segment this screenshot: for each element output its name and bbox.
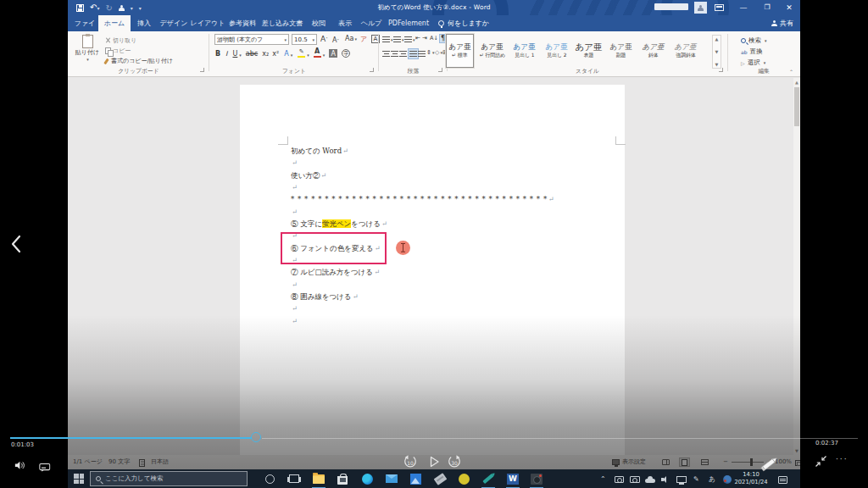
highlight-color-icon[interactable]: ✎ — [298, 49, 305, 58]
bold-icon[interactable]: B — [215, 50, 220, 58]
find-button[interactable]: 検索▾ — [741, 36, 767, 45]
onenote-icon[interactable] — [433, 472, 447, 485]
font-dialog-launcher-icon[interactable] — [370, 68, 374, 72]
ribbon-display-options-icon[interactable] — [715, 4, 724, 11]
tell-me-box[interactable]: 何をしますか — [438, 15, 489, 31]
tab-view[interactable]: 表示 — [332, 15, 358, 31]
tray-display-icon[interactable] — [630, 474, 640, 484]
style-subtitle[interactable]: あア亜副題 — [607, 34, 635, 68]
style-gallery-scroll[interactable]: ▲▼▼ — [712, 35, 721, 69]
style-normal[interactable]: あア亜↵ 標準 — [446, 34, 474, 68]
font-color-icon[interactable]: A — [314, 48, 321, 58]
style-nospacing[interactable]: あア亜↵ 行間詰め — [478, 34, 506, 68]
tray-expand-icon[interactable]: ⌃ — [600, 474, 606, 484]
align-center-icon[interactable] — [391, 50, 398, 58]
close-button[interactable]: ✕ — [780, 0, 798, 15]
collapse-player-icon[interactable] — [814, 454, 828, 472]
underline-icon[interactable]: U — [232, 50, 237, 58]
text-effects-icon[interactable]: A — [284, 50, 288, 58]
timeline-played[interactable] — [10, 437, 252, 439]
volume-tray-icon[interactable] — [661, 474, 670, 484]
replace-button[interactable]: ab置換 — [741, 47, 763, 56]
grow-font-icon[interactable]: A˄ — [320, 35, 328, 43]
microsoft-store-icon[interactable] — [336, 472, 349, 485]
start-button[interactable] — [74, 474, 84, 484]
photos-icon[interactable] — [409, 472, 422, 485]
ime-indicator[interactable]: あ — [709, 474, 715, 484]
shading-icon[interactable]: ◇▾ — [435, 49, 442, 56]
share-button[interactable]: 共有 — [771, 15, 793, 31]
format-painter-button[interactable]: 書式のコピー/貼り付け — [105, 57, 173, 65]
sort-icon[interactable]: A↓ — [430, 35, 438, 42]
select-button[interactable]: ▷選択▾ — [741, 58, 765, 67]
back-chevron-icon[interactable] — [10, 234, 22, 258]
yellow-app-icon[interactable] — [457, 472, 470, 485]
tab-home[interactable]: ホーム — [98, 15, 131, 31]
change-case-icon[interactable]: Aa▾ — [345, 35, 357, 42]
edge-icon[interactable] — [360, 472, 374, 485]
camera-app-icon[interactable] — [530, 472, 543, 485]
phonetic-guide-icon[interactable]: ア゙ — [360, 35, 371, 44]
volume-icon[interactable] — [14, 459, 25, 473]
subscript-icon[interactable]: x₂ — [262, 50, 269, 58]
bullets-icon[interactable]: ▾ — [382, 36, 393, 43]
scrollbar-thumb[interactable] — [794, 87, 799, 126]
copy-button[interactable]: コピー — [105, 47, 131, 55]
tab-mailings[interactable]: 差し込み文書 — [259, 15, 305, 31]
cut-button[interactable]: 切り取り — [105, 36, 136, 45]
rewind-10-icon[interactable]: 10 — [403, 455, 418, 472]
tab-help[interactable]: ヘルプ — [358, 15, 385, 31]
styles-dialog-launcher-icon[interactable] — [719, 68, 723, 72]
file-explorer-icon[interactable] — [312, 472, 326, 485]
timeline-remaining-end[interactable] — [800, 438, 858, 439]
scroll-up-icon[interactable]: ▲ — [793, 78, 800, 86]
pen-app-icon[interactable] — [481, 472, 495, 485]
style-heading2[interactable]: あア亜見出し 2 — [542, 34, 570, 68]
align-left-icon[interactable] — [382, 50, 390, 58]
more-options-icon[interactable]: ··· — [836, 455, 849, 463]
timeline-handle[interactable] — [251, 432, 261, 442]
font-name-combo[interactable]: 游明朝 (本文のフ▾ — [214, 34, 289, 45]
tab-insert[interactable]: 挿入 — [131, 15, 158, 31]
mail-icon[interactable] — [385, 472, 398, 485]
enclose-characters-icon[interactable]: 字 — [342, 49, 350, 58]
word-taskbar-icon[interactable]: W — [506, 472, 520, 485]
decrease-indent-icon[interactable]: ⇤ — [415, 35, 420, 42]
increase-indent-icon[interactable]: ⇥ — [422, 35, 427, 42]
onedrive-icon[interactable] — [645, 474, 655, 484]
italic-icon[interactable]: I — [225, 50, 227, 58]
tray-device-icon[interactable] — [615, 474, 624, 484]
collapse-ribbon-icon[interactable]: ⌃ — [789, 69, 793, 75]
timeline-remaining[interactable] — [262, 438, 800, 439]
tab-file[interactable]: ファイル — [71, 15, 98, 31]
tab-design[interactable]: デザイン — [158, 15, 190, 31]
align-right-icon[interactable] — [399, 50, 407, 58]
strikethrough-icon[interactable]: abc — [246, 50, 258, 58]
character-shading-icon[interactable]: A — [329, 49, 337, 58]
distribute-icon[interactable] — [418, 50, 426, 58]
forward-30-icon[interactable]: 30 — [447, 455, 462, 472]
avatar[interactable] — [694, 2, 707, 14]
pen-tray-icon[interactable]: ✎ — [693, 474, 699, 484]
line-spacing-icon[interactable]: ⇕▾ — [426, 49, 434, 56]
numbering-icon[interactable]: ▾ — [393, 36, 404, 43]
clipboard-dialog-launcher-icon[interactable] — [200, 68, 204, 72]
subtitles-icon[interactable] — [39, 461, 51, 474]
minimize-button[interactable]: — — [734, 0, 753, 15]
tab-layout[interactable]: レイアウト — [190, 15, 225, 31]
play-icon[interactable] — [427, 455, 441, 472]
superscript-icon[interactable]: x² — [272, 50, 279, 58]
restore-button[interactable]: ❐ — [758, 0, 776, 15]
notification-center-icon[interactable] — [778, 475, 787, 485]
tab-references[interactable]: 参考資料 — [225, 15, 259, 31]
tab-review[interactable]: 校閲 — [305, 15, 332, 31]
taskbar-search-box[interactable]: ここに入力して検索 — [90, 471, 248, 486]
style-heading1[interactable]: あア亜見出し 1 — [510, 34, 538, 68]
network-icon[interactable] — [676, 474, 687, 484]
font-size-combo[interactable]: 10.5▾ — [292, 34, 317, 45]
task-view-icon[interactable] — [287, 472, 301, 485]
shrink-font-icon[interactable]: A˅ — [332, 36, 339, 44]
style-title[interactable]: あア亜表題 — [575, 34, 603, 68]
style-italic[interactable]: あア亜斜体 — [639, 34, 667, 68]
tab-pdfelement[interactable]: PDFelement — [385, 15, 432, 31]
